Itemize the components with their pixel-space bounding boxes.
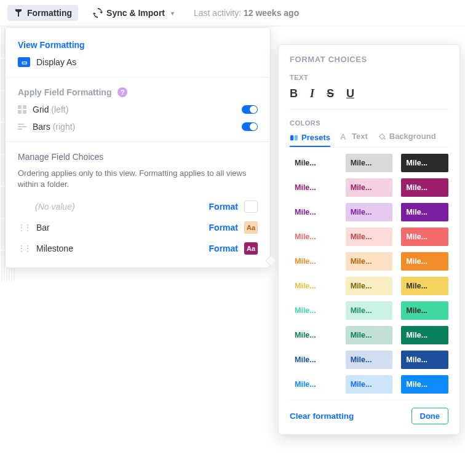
tab-presets[interactable]: Presets: [290, 132, 330, 147]
swatch-row: Mile...Mile...Mile...: [290, 178, 448, 197]
display-as-row[interactable]: ▭ Display As: [7, 54, 269, 71]
color-tabs: Presets A Text Background: [290, 132, 448, 148]
color-swatch[interactable]: Mile...: [346, 203, 393, 221]
color-swatch[interactable]: Mile...: [290, 301, 337, 320]
format-link-novalue[interactable]: Format: [209, 202, 238, 212]
color-swatch[interactable]: Mile...: [401, 154, 448, 172]
sync-import-button[interactable]: Sync & Import ▾: [87, 5, 180, 21]
italic-button[interactable]: I: [310, 87, 314, 100]
clear-formatting-link[interactable]: Clear formatting: [290, 411, 354, 421]
color-swatch[interactable]: Mile...: [346, 154, 393, 172]
color-swatch[interactable]: Mile...: [401, 277, 448, 295]
color-swatch[interactable]: Mile...: [346, 326, 393, 344]
choice-row-novalue: (No value) Format: [7, 196, 269, 217]
drag-handle-icon[interactable]: ⋮⋮: [18, 223, 30, 232]
color-swatch[interactable]: Mile...: [290, 277, 337, 295]
text-tab-icon: A: [340, 132, 349, 141]
last-activity-label: Last activity:: [194, 8, 241, 18]
done-button[interactable]: Done: [411, 408, 449, 424]
tab-text[interactable]: A Text: [340, 132, 368, 143]
bold-button[interactable]: B: [290, 87, 298, 100]
apply-field-formatting-heading: Apply Field Formatting: [18, 87, 111, 97]
color-swatch[interactable]: Mile...: [290, 178, 337, 197]
color-swatch[interactable]: Mile...: [290, 326, 337, 344]
color-swatch[interactable]: Mile...: [401, 203, 448, 221]
bars-toggle-row: Bars (right): [7, 118, 269, 135]
tab-background[interactable]: Background: [378, 132, 436, 143]
color-swatch[interactable]: Mile...: [401, 301, 448, 320]
popover-title: FORMAT CHOICES: [290, 55, 448, 64]
color-swatch[interactable]: Mile...: [401, 178, 448, 197]
sync-icon: [93, 8, 103, 18]
bars-icon: [18, 124, 26, 130]
tab-presets-label: Presets: [301, 133, 330, 142]
color-swatch[interactable]: Mile...: [290, 252, 337, 271]
grid-toggle-row: Grid (left): [7, 101, 269, 118]
color-swatch[interactable]: Mile...: [401, 252, 448, 271]
manage-field-choices-desc: Ordering applies only to this view. Form…: [7, 165, 269, 196]
svg-rect-0: [290, 135, 293, 140]
drag-handle-icon[interactable]: ⋮⋮: [18, 244, 30, 253]
choice-row: ⋮⋮BarFormatAa: [7, 217, 269, 238]
color-swatch[interactable]: Mile...: [290, 154, 337, 172]
grid-toggle[interactable]: [242, 105, 258, 114]
format-choices-popover: FORMAT CHOICES TEXT B I S U COLORS Prese…: [278, 44, 460, 435]
format-link[interactable]: Format: [209, 244, 238, 253]
swatch-row: Mile...Mile...Mile...: [290, 252, 448, 271]
color-swatch[interactable]: Mile...: [401, 228, 448, 246]
color-swatch[interactable]: Mile...: [290, 228, 337, 246]
tab-background-label: Background: [389, 132, 436, 141]
bars-toggle[interactable]: [242, 122, 258, 131]
bars-label: Bars: [33, 122, 50, 132]
text-section-heading: TEXT: [290, 74, 448, 81]
color-swatch[interactable]: Mile...: [346, 277, 393, 295]
strikethrough-button[interactable]: S: [327, 87, 334, 100]
no-value-label: (No value): [18, 202, 203, 212]
formatting-button[interactable]: Formatting: [7, 5, 78, 21]
text-tools: B I S U: [290, 87, 448, 109]
choice-row: ⋮⋮MilestoneFormatAa: [7, 238, 269, 259]
choice-swatch[interactable]: Aa: [244, 221, 258, 234]
swatch-novalue[interactable]: [244, 200, 258, 213]
color-swatch[interactable]: Mile...: [401, 326, 448, 344]
color-swatch[interactable]: Mile...: [346, 351, 393, 369]
choice-swatch[interactable]: Aa: [244, 242, 258, 255]
color-swatch[interactable]: Mile...: [401, 375, 448, 394]
tab-text-label: Text: [352, 132, 368, 141]
display-as-label: Display As: [36, 57, 76, 67]
formatting-icon: [14, 8, 23, 18]
bars-paren: (right): [53, 122, 76, 132]
toolbar: Formatting Sync & Import ▾ Last activity…: [0, 0, 465, 26]
sync-import-label: Sync & Import: [106, 8, 165, 18]
colors-section-heading: COLORS: [290, 119, 448, 127]
format-link[interactable]: Format: [209, 223, 238, 232]
grid-paren: (left): [51, 105, 68, 114]
choice-label: Bar: [36, 223, 203, 232]
color-swatch[interactable]: Mile...: [346, 252, 393, 271]
color-swatch[interactable]: Mile...: [290, 203, 337, 221]
swatch-row: Mile...Mile...Mile...: [290, 277, 448, 295]
color-swatch[interactable]: Mile...: [346, 178, 393, 197]
swatch-row: Mile...Mile...Mile...: [290, 326, 448, 344]
color-swatch[interactable]: Mile...: [401, 351, 448, 369]
formatting-panel: View Formatting ▭ Display As Apply Field…: [5, 27, 271, 268]
svg-point-2: [384, 138, 386, 140]
swatch-row: Mile...Mile...Mile...: [290, 154, 448, 172]
swatch-row: Mile...Mile...Mile...: [290, 203, 448, 221]
preset-swatches: Mile...Mile...Mile...Mile...Mile...Mile.…: [290, 154, 448, 394]
chevron-down-icon: ▾: [171, 10, 174, 17]
grid-label: Grid: [33, 105, 49, 114]
underline-button[interactable]: U: [346, 87, 354, 100]
view-formatting-link[interactable]: View Formatting: [18, 40, 85, 50]
formatting-label: Formatting: [27, 8, 72, 18]
color-swatch[interactable]: Mile...: [290, 351, 337, 369]
display-as-icon: ▭: [18, 57, 30, 67]
color-swatch[interactable]: Mile...: [346, 228, 393, 246]
help-icon[interactable]: ?: [117, 87, 127, 97]
bucket-icon: [378, 132, 386, 141]
choice-label: Milestone: [36, 244, 203, 253]
color-swatch[interactable]: Mile...: [346, 375, 393, 394]
color-swatch[interactable]: Mile...: [346, 301, 393, 320]
svg-rect-1: [295, 135, 298, 140]
color-swatch[interactable]: Mile...: [290, 375, 337, 394]
